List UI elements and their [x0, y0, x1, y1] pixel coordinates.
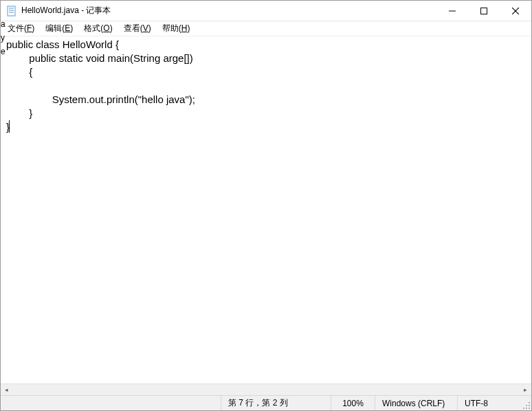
menu-view[interactable]: 查看(V): [118, 21, 157, 36]
scroll-left-icon[interactable]: ◂: [1, 384, 12, 396]
status-position: 第 7 行，第 2 列: [221, 396, 331, 410]
menu-file[interactable]: 文件(F): [2, 21, 40, 36]
scroll-right-icon[interactable]: ▸: [520, 384, 531, 396]
close-button[interactable]: [500, 1, 531, 21]
svg-point-10: [529, 405, 530, 406]
menu-edit[interactable]: 编辑(E): [40, 21, 78, 36]
menu-help[interactable]: 帮助(H): [157, 21, 196, 36]
status-eol: Windows (CRLF): [375, 396, 457, 410]
horizontal-scrollbar[interactable]: ◂ ▸: [1, 384, 531, 395]
svg-point-9: [526, 408, 527, 409]
svg-point-13: [529, 402, 530, 403]
status-spacer: [1, 396, 221, 410]
app-icon: [6, 5, 17, 16]
notepad-window: a y e HelloWorld.java - 记事本: [0, 0, 532, 411]
status-zoom: 100%: [331, 396, 375, 410]
maximize-button[interactable]: [468, 1, 500, 21]
svg-point-8: [529, 408, 530, 409]
menubar: 文件(F) 编辑(E) 格式(O) 查看(V) 帮助(H): [1, 21, 531, 36]
window-title: HelloWorld.java - 记事本: [21, 5, 111, 16]
statusbar: 第 7 行，第 2 列 100% Windows (CRLF) UTF-8: [1, 395, 531, 410]
status-encoding: UTF-8: [457, 396, 519, 410]
titlebar: HelloWorld.java - 记事本: [1, 1, 531, 21]
scroll-track[interactable]: [12, 384, 520, 396]
minimize-button[interactable]: [436, 1, 468, 21]
svg-point-12: [526, 405, 527, 406]
svg-point-11: [523, 408, 524, 409]
svg-rect-0: [8, 6, 15, 16]
resize-grip-icon[interactable]: [519, 396, 531, 410]
editor-content[interactable]: public class HelloWorld { public static …: [1, 36, 531, 135]
svg-rect-5: [481, 8, 487, 14]
text-editor[interactable]: public class HelloWorld { public static …: [1, 36, 531, 384]
menu-format[interactable]: 格式(O): [78, 21, 118, 36]
text-caret: [9, 120, 10, 133]
